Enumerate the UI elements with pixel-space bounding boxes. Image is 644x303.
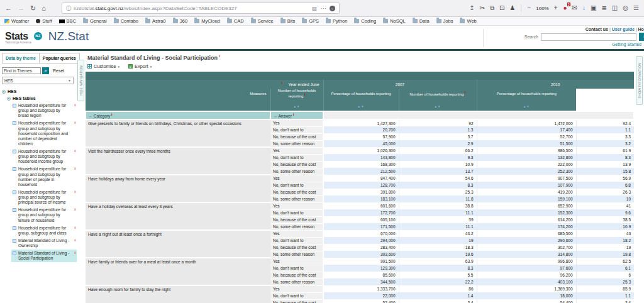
- tab-popular-queries[interactable]: Popular queries: [39, 53, 80, 63]
- info-icon[interactable]: i: [282, 81, 283, 85]
- measure-col-number-2007[interactable]: Number of households reporting i: [270, 89, 323, 98]
- info-icon[interactable]: i: [304, 92, 306, 96]
- info-icon[interactable]: i: [219, 54, 221, 58]
- bookmark-coding[interactable]: Coding: [354, 18, 376, 24]
- zoom-in-icon[interactable]: +: [554, 5, 558, 11]
- zoom-level[interactable]: 100%: [536, 6, 548, 11]
- tree-toggle-icon[interactable]: [2, 90, 6, 94]
- mail-icon[interactable]: ✉: [572, 5, 577, 11]
- bookmark-gps[interactable]: GPS: [302, 18, 319, 24]
- info-icon[interactable]: i: [74, 226, 75, 230]
- sync-icon[interactable]: ◎: [623, 5, 628, 11]
- sidebar-item[interactable]: Household expenditure for group, subgrou…: [11, 224, 77, 237]
- sort-control[interactable]: ▲▼: [477, 98, 576, 111]
- sidebar-item[interactable]: Household expenditure for group and subg…: [11, 189, 77, 206]
- extension-icon[interactable]: ♟: [509, 5, 515, 11]
- sidebar-item[interactable]: Household expenditure for group and subg…: [11, 102, 77, 119]
- sidebar-item[interactable]: Household expenditure for group and subg…: [11, 148, 77, 165]
- reader-mode-icon[interactable]: ▤: [312, 6, 317, 11]
- tab-data-by-theme[interactable]: Data by theme: [2, 53, 39, 63]
- measure-col-number-2010[interactable]: Number of households reporting i: [399, 89, 477, 98]
- zoom-out-icon[interactable]: −: [527, 5, 531, 11]
- category-header[interactable]: ↔ Category i: [86, 111, 270, 119]
- sort-control[interactable]: ▲▼: [270, 98, 323, 111]
- page-actions-icon[interactable]: ⋯: [321, 6, 326, 11]
- bookmark-astra0[interactable]: Astra0: [145, 18, 166, 24]
- reset-link[interactable]: Reset: [53, 69, 64, 73]
- getting-started-link[interactable]: Getting Started: [612, 42, 641, 47]
- info-icon[interactable]: i: [465, 91, 466, 94]
- sidebar-toggle-icon[interactable]: ◫: [612, 5, 618, 11]
- info-icon[interactable]: i: [74, 149, 75, 153]
- year-header-2010[interactable]: 2010: [477, 80, 634, 89]
- sidebar-item[interactable]: Household expenditure for group and subg…: [11, 119, 77, 148]
- cut-icon[interactable]: ✂: [480, 5, 485, 11]
- site-info-icon[interactable]: ⓘ: [66, 5, 71, 12]
- copy-icon[interactable]: ⧉: [490, 5, 494, 11]
- user-guide-link[interactable]: User guide: [612, 27, 635, 31]
- screenshot-icon[interactable]: ▣: [591, 5, 596, 11]
- bookmark-nosql[interactable]: NoSQL: [383, 18, 406, 24]
- move-icon[interactable]: ↔: [274, 114, 277, 118]
- sidebar-item[interactable]: Household expenditure for group and subg…: [11, 165, 77, 189]
- move-icon[interactable]: ↔: [284, 84, 287, 87]
- find-in-themes-input[interactable]: [2, 67, 41, 74]
- tree-toggle-icon[interactable]: [7, 97, 11, 101]
- sort-icons[interactable]: ▲▼: [523, 105, 530, 108]
- search-input[interactable]: [541, 33, 636, 41]
- sidebar-item[interactable]: Household expenditure for group and subg…: [11, 206, 77, 224]
- bookmark-weather[interactable]: Weather: [4, 18, 29, 24]
- bookmark-python[interactable]: Python: [326, 18, 347, 24]
- bookmark-jobs[interactable]: Jobs: [436, 18, 453, 24]
- bookmark-general[interactable]: General: [83, 18, 107, 24]
- tree-node-hes-tables[interactable]: HES tables: [7, 95, 77, 102]
- info-icon[interactable]: i: [74, 207, 75, 212]
- url-bar[interactable]: ⓘ nzdotstat.stats.govt.nz/wbos/Index.asp…: [62, 3, 340, 14]
- info-icon[interactable]: i: [74, 121, 75, 125]
- sidebar-item[interactable]: Material Standard of Living - Ownershipi: [11, 237, 77, 250]
- sort-control[interactable]: ▲▼: [399, 98, 477, 111]
- library-icon[interactable]: ≣: [601, 5, 606, 11]
- info-icon[interactable]: i: [293, 113, 294, 116]
- answer-header[interactable]: ↔ Answer i: [270, 111, 323, 119]
- sort-control[interactable]: ▲▼: [323, 98, 399, 111]
- bookmark-bits[interactable]: Bits: [280, 18, 296, 24]
- show-information-tab[interactable]: SHOW INFORMATION: [636, 56, 643, 105]
- bookmark-service[interactable]: Service: [251, 18, 274, 24]
- back-icon[interactable]: ←: [5, 5, 12, 12]
- info-icon[interactable]: i: [74, 251, 75, 255]
- bookmark-web[interactable]: Web: [460, 18, 476, 24]
- forward-icon[interactable]: →: [18, 5, 25, 12]
- send-tab-icon[interactable]: ↥: [469, 5, 474, 11]
- customise-button[interactable]: Customise ▾: [87, 63, 119, 69]
- bookmark-mycloud[interactable]: MyCloud: [194, 18, 220, 24]
- export-button[interactable]: ▸ Export ▾: [128, 63, 152, 69]
- info-icon[interactable]: i: [74, 167, 75, 171]
- info-icon[interactable]: i: [74, 190, 75, 194]
- bookmark-contabo[interactable]: Contabo: [114, 18, 138, 24]
- sidebar-item[interactable]: Material Standard of Living - Social Par…: [11, 250, 77, 262]
- bookmark-stuff[interactable]: Stuff: [36, 18, 52, 24]
- search-button[interactable]: »: [639, 33, 644, 41]
- bookmark-bbc[interactable]: BBC: [59, 18, 76, 24]
- download-icon[interactable]: ↓: [582, 5, 586, 11]
- measure-col-percentage-2010[interactable]: Percentage of households reporting: [477, 89, 576, 98]
- contact-us-link[interactable]: Contact us: [586, 27, 608, 31]
- home-icon[interactable]: ⌂: [42, 5, 46, 12]
- bookmark-data[interactable]: Data: [413, 18, 430, 24]
- tree-node-hes[interactable]: HES: [2, 88, 77, 95]
- measure-col-percentage-2007[interactable]: Percentage of households reporting: [323, 89, 399, 98]
- hide-navigation-tab[interactable]: HIDE NAVIGATION: [77, 60, 84, 101]
- info-icon[interactable]: i: [74, 238, 75, 243]
- theme-select[interactable]: HES ▼: [2, 77, 74, 84]
- stats-nz-logo[interactable]: Stats Tatauranga Aotearoa NZ: [5, 31, 42, 44]
- info-icon[interactable]: i: [111, 113, 113, 116]
- info-icon[interactable]: i: [74, 103, 75, 107]
- menu-icon[interactable]: ☰: [633, 5, 639, 11]
- find-button[interactable]: »: [42, 67, 49, 74]
- reload-icon[interactable]: ↻: [30, 5, 36, 12]
- move-icon[interactable]: ↔: [89, 114, 92, 118]
- password-manager-icon[interactable]: ⊡: [499, 5, 504, 11]
- sort-icons[interactable]: ▲▼: [435, 105, 441, 108]
- move-icon[interactable]: ↔: [245, 92, 248, 96]
